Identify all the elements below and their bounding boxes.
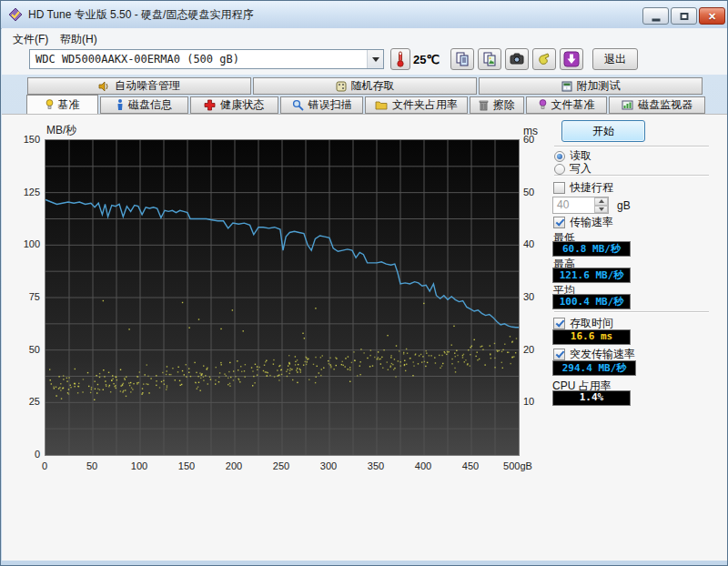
random-access-icon [336,81,347,92]
trash-icon [479,99,489,111]
tab-extra-tests-label: 附加测试 [577,78,621,94]
menubar: 文件(F) 帮助(H) [2,28,728,48]
tick-label: 10 [523,396,534,407]
short-stroke-checkbox[interactable] [553,182,565,194]
thermometer-icon [396,51,405,67]
exit-label: 退出 [604,52,626,67]
start-label: 开始 [592,124,614,139]
benchmark-chart [45,139,520,456]
tab-random-access[interactable]: 随机存取 [253,77,477,95]
stepper-up-icon[interactable] [594,197,608,206]
short-stroke-value: 40 [553,197,594,213]
minimize-icon [652,18,660,21]
drive-select-arrow[interactable] [367,50,383,68]
chevron-down-icon [372,57,379,62]
avg-value-lcd: 100.4 MB/秒 [552,294,631,309]
tick-label: 450 [462,460,479,471]
menu-file[interactable]: 文件(F) [9,31,52,48]
health-cross-icon [204,99,216,111]
titlebar[interactable]: HD Tune 专业版 5.50 - 硬盘/固态硬盘实用程序 ✕ [1,1,728,29]
stepper-down-icon[interactable] [594,206,608,214]
screenshot-button[interactable] [505,48,529,70]
tick-label: 50 [86,460,97,471]
tab-file-benchmark-label: 文件基准 [551,97,595,113]
chart-canvas [46,140,519,455]
menu-help[interactable]: 帮助(H) [56,31,101,48]
tab-random-access-label: 随机存取 [351,78,395,94]
download-arrow-icon [563,51,580,67]
copy-image-button[interactable] [478,48,501,70]
access-time-lcd: 16.6 ms [552,329,631,345]
close-button[interactable]: ✕ [699,7,725,25]
tab-disk-monitor-label: 磁盘监视器 [638,97,693,113]
tab-erase[interactable]: 擦除 [470,96,524,114]
start-button[interactable]: 开始 [561,120,645,142]
tab-disk-info[interactable]: 磁盘信息 [100,96,188,114]
tab-error-scan[interactable]: 错误扫描 [280,96,364,114]
min-value-lcd: 60.8 MB/秒 [552,241,631,257]
tick-label: 100 [131,460,147,471]
tick-label: 60 [523,134,534,145]
drive-select-value: WDC WD5000AAKX-00ERMA0 (500 gB) [35,53,239,66]
minimize-button[interactable] [642,7,669,25]
tick-label: 125 [7,187,40,197]
benchmark-bulb-icon [46,99,54,111]
copy-text-button[interactable] [450,48,474,70]
transfer-rate-label: 传输速率 [570,215,613,230]
hd-tune-window: HD Tune 专业版 5.50 - 硬盘/固态硬盘实用程序 ✕ 文件(F) 帮… [0,0,728,566]
write-radio[interactable] [554,164,565,175]
exit-button[interactable]: 退出 [592,48,638,70]
drive-select[interactable]: WDC WD5000AAKX-00ERMA0 (500 gB) [29,49,384,69]
access-time-checkbox[interactable] [553,318,565,329]
tick-label: 40 [523,238,534,249]
csv-export-button[interactable] [532,48,556,70]
copy-text-icon [455,52,470,66]
temperature-button[interactable] [390,48,410,70]
max-value-lcd: 121.6 MB/秒 [552,268,631,283]
temperature-value: 25℃ [413,53,440,66]
maximize-button[interactable] [671,7,697,25]
tabs-top: 自动噪音管理 随机存取 附加测试 [27,77,704,95]
tab-error-scan-label: 错误扫描 [308,97,352,113]
csv-export-icon [537,52,551,66]
maximize-icon [680,13,688,20]
tab-disk-info-label: 磁盘信息 [128,97,172,113]
tick-label: 20 [523,344,534,355]
read-radio[interactable] [554,151,565,162]
transfer-rate-checkbox[interactable] [553,217,565,228]
tab-aam-label: 自动噪音管理 [115,78,180,94]
tab-health-label: 健康状态 [220,97,264,113]
tick-label: 75 [7,291,40,302]
tabs-main: 基准 磁盘信息 健康状态 错误扫描 文件夹占用率 [26,95,705,114]
burst-rate-checkbox[interactable] [553,349,565,360]
tick-label: 200 [226,460,242,471]
tab-benchmark[interactable]: 基准 [26,95,98,115]
divider [554,311,709,313]
close-icon: ✕ [708,10,716,22]
tick-label: 500gB [503,460,532,471]
app-icon [8,7,23,22]
tab-erase-label: 擦除 [493,97,515,113]
tick-label: 400 [415,460,431,471]
toolbar: WDC WD5000AAKX-00ERMA0 (500 gB) 25℃ [2,47,728,75]
benchmark-page: MB/秒 ms 15012510075502506050403020100501… [2,114,728,561]
tab-folder-usage[interactable]: 文件夹占用率 [365,96,468,114]
tick-label: 150 [7,134,40,145]
tick-label: 50 [7,344,40,355]
tab-disk-monitor[interactable]: 磁盘监视器 [609,96,705,114]
tab-extra-tests[interactable]: 附加测试 [479,77,703,95]
tick-label: 0 [42,460,47,471]
speaker-icon [98,81,110,92]
disk-monitor-icon [622,100,633,110]
tick-label: 350 [368,460,384,471]
tick-label: 30 [523,291,534,302]
tab-aam[interactable]: 自动噪音管理 [27,77,251,95]
tab-file-benchmark[interactable]: 文件基准 [526,96,608,114]
update-button[interactable] [560,48,583,70]
short-stroke-row[interactable]: 快捷行程 [553,180,613,196]
tab-health[interactable]: 健康状态 [190,96,278,114]
divider [554,146,709,147]
short-stroke-unit: gB [617,199,631,212]
short-stroke-stepper[interactable]: 40 [552,197,609,214]
transfer-rate-row[interactable]: 传输速率 [553,215,613,230]
